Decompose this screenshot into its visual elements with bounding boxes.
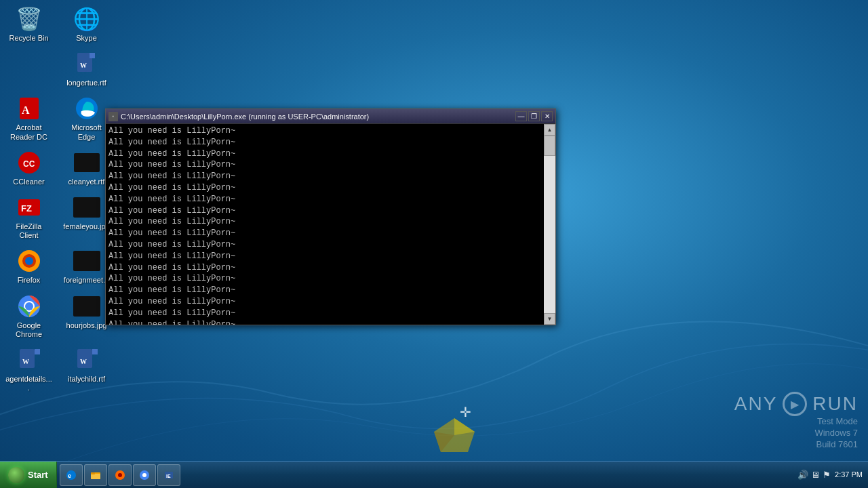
terminal-line: All you need is LillyPorn~ — [108, 239, 541, 251]
ie-icon: e — [66, 470, 77, 481]
start-label: Start — [28, 470, 48, 480]
svg-text:FZ: FZ — [21, 203, 32, 214]
femaleyou-icon — [73, 194, 100, 221]
start-button[interactable]: Start — [0, 462, 57, 489]
explorer-icon — [90, 470, 101, 481]
tray-volume-icon[interactable]: 🔊 — [797, 470, 808, 480]
terminal-scrollbar[interactable]: ▲ ▼ — [544, 124, 555, 325]
tray-icons: 🔊 🖥 ⚑ — [797, 470, 831, 480]
anyrun-logo: ANY ▶ RUN — [734, 392, 858, 416]
anyrun-line1: Test Mode — [817, 416, 858, 426]
desktop-icon-skype[interactable]: 🌐 Skype — [61, 3, 112, 45]
terminal-title-area: ▪ C:\Users\admin\Desktop\LillyPorn.exe (… — [108, 112, 369, 121]
edge-icon — [73, 95, 100, 122]
taskbar-items: e — [57, 464, 792, 486]
scrollbar-down-arrow[interactable]: ▼ — [544, 313, 555, 325]
recycle-bin-icon: 🗑️ — [16, 5, 43, 33]
svg-rect-20 — [35, 349, 40, 354]
taskbar-chrome-button[interactable] — [133, 464, 156, 486]
anyrun-watermark: ANY ▶ RUN Test Mode Windows 7 Build 7601 — [734, 392, 858, 451]
taskbar-ie-button[interactable]: e — [60, 464, 83, 486]
desktop-icon-femaleyou[interactable]: femaleyou.jpg — [61, 192, 112, 242]
taskbar-tray: 🔊 🖥 ⚑ 2:37 PM — [792, 470, 868, 480]
terminal-titlebar[interactable]: ▪ C:\Users\admin\Desktop\LillyPorn.exe (… — [106, 109, 555, 124]
terminal-window: ▪ C:\Users\admin\Desktop\LillyPorn.exe (… — [105, 108, 556, 325]
svg-rect-32 — [91, 474, 100, 479]
firefox-icon — [16, 247, 43, 274]
chrome-icon — [16, 293, 43, 320]
system-clock[interactable]: 2:37 PM — [835, 470, 863, 480]
svg-point-37 — [142, 473, 146, 477]
anyrun-subtitle: Test Mode Windows 7 Build 7601 — [814, 416, 858, 451]
desktop-icon-italychild[interactable]: W italychild.rtf — [61, 344, 112, 394]
terminal-minimize-button[interactable]: — — [515, 111, 527, 121]
terminal-icon: ▪ — [108, 112, 118, 121]
start-orb-icon — [8, 467, 24, 483]
chrome-label: Google Chrome — [5, 321, 52, 339]
femaleyou-label: femaleyou.jpg — [63, 222, 110, 231]
ie2-icon: IE — [163, 470, 174, 481]
svg-point-35 — [118, 473, 122, 477]
desktop-icon-hourjobs[interactable]: hourjobs.jpg — [61, 291, 112, 341]
scrollbar-track[interactable] — [544, 136, 555, 313]
terminal-line: All you need is LillyPorn~ — [108, 273, 541, 285]
terminal-line: All you need is LillyPorn~ — [108, 182, 541, 194]
taskbar-winmedia-button[interactable] — [108, 464, 132, 486]
terminal-line: All you need is LillyPorn~ — [108, 194, 541, 205]
anyrun-play-icon: ▶ — [783, 392, 807, 416]
terminal-restore-button[interactable]: ❐ — [528, 111, 540, 121]
desktop-icon-foreignmeet[interactable]: foreignmeet... — [61, 245, 112, 287]
foreignmeet-label: foreignmeet... — [64, 276, 109, 285]
italychild-label: italychild.rtf — [68, 375, 105, 384]
agentdetails-label: agentdetails.... — [5, 375, 52, 392]
svg-point-17 — [25, 302, 33, 310]
foreignmeet-icon — [73, 247, 100, 274]
terminal-line: All you need is LillyPorn~ — [108, 171, 541, 182]
terminal-line: All you need is LillyPorn~ — [108, 228, 541, 239]
acrobat-icon: A — [16, 95, 43, 122]
terminal-line: All you need is LillyPorn~ — [108, 159, 541, 171]
tray-network-icon[interactable]: 🖥 — [811, 470, 820, 480]
svg-point-14 — [25, 257, 33, 265]
skype-label: Skype — [76, 34, 97, 43]
desktop-icon-filezilla[interactable]: FZ FileZilla Client — [3, 192, 54, 242]
cleanyet-icon — [73, 149, 100, 176]
svg-text:CC: CC — [23, 159, 35, 169]
longertue-icon: W — [73, 50, 100, 77]
desktop-icons: 🗑️ Recycle Bin 🌐 Skype W longert — [3, 3, 115, 394]
terminal-line: All you need is LillyPorn~ — [108, 216, 541, 228]
terminal-line: All you need is LillyPorn~ — [108, 319, 541, 325]
clock-time: 2:37 PM — [835, 470, 863, 480]
cursor-decoration: ✛ — [460, 404, 471, 420]
edge-label: Microsoft Edge — [63, 123, 110, 141]
taskbar-ie2-button[interactable]: IE — [157, 464, 180, 486]
ccleaner-icon: CC — [16, 149, 43, 176]
desktop-icon-recycle-bin[interactable]: 🗑️ Recycle Bin — [3, 3, 54, 45]
svg-text:W: W — [80, 62, 87, 69]
scrollbar-thumb[interactable] — [544, 136, 555, 156]
desktop-icon-edge[interactable]: Microsoft Edge — [61, 93, 112, 143]
desktop-icon-chrome[interactable]: Google Chrome — [3, 291, 54, 341]
agentdetails-icon: W — [16, 346, 43, 373]
anyrun-line3: Build 7601 — [816, 439, 858, 449]
terminal-line: All you need is LillyPorn~ — [108, 262, 541, 274]
desktop-icon-acrobat[interactable]: A Acrobat Reader DC — [3, 93, 54, 143]
terminal-line: All you need is LillyPorn~ — [108, 205, 541, 217]
desktop-icon-agentdetails[interactable]: W agentdetails.... — [3, 344, 54, 394]
desktop-icon-ccleaner[interactable]: CC CCleaner — [3, 147, 54, 188]
desktop-icon-cleanyet[interactable]: cleanyet.rtf — [61, 147, 112, 188]
terminal-close-button[interactable]: ✕ — [541, 111, 553, 121]
svg-text:e: e — [68, 472, 71, 479]
taskbar-explorer-button[interactable] — [84, 464, 107, 486]
cleanyet-label: cleanyet.rtf — [68, 178, 105, 186]
firefox-label: Firefox — [18, 276, 41, 285]
italychild-icon: W — [73, 346, 100, 373]
desktop-icon-longertue[interactable]: W longertue.rtf — [61, 48, 112, 89]
desktop-icon-firefox[interactable]: Firefox — [3, 245, 54, 287]
terminal-body: All you need is LillyPorn~All you need i… — [106, 124, 555, 325]
tray-action-icon[interactable]: ⚑ — [823, 470, 831, 480]
scrollbar-up-arrow[interactable]: ▲ — [544, 124, 555, 136]
terminal-content[interactable]: All you need is LillyPorn~All you need i… — [106, 124, 544, 325]
taskbar-chrome-icon — [139, 470, 150, 481]
svg-text:W: W — [80, 358, 87, 365]
